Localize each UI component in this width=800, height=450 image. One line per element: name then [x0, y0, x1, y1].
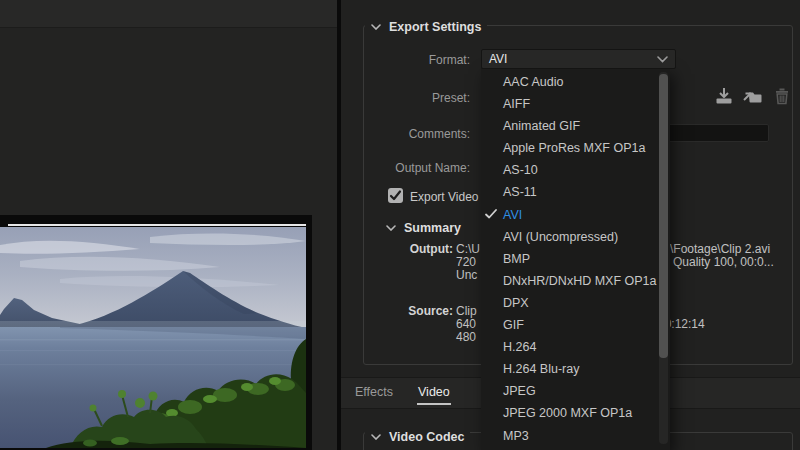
format-option-label: AVI	[503, 208, 522, 222]
format-selected-value: AVI	[489, 52, 507, 66]
video-codec-title: Video Codec	[389, 430, 464, 444]
format-option[interactable]: AIFF	[481, 93, 670, 115]
format-option[interactable]: MP3	[481, 425, 670, 447]
delete-preset-button[interactable]	[771, 85, 793, 107]
comments-label: Comments:	[381, 127, 470, 141]
format-option[interactable]: DNxHR/DNxHD MXF OP1a	[481, 270, 670, 292]
format-option[interactable]: AS-11	[481, 181, 670, 203]
dropdown-scrollbar-thumb[interactable]	[659, 74, 668, 358]
preview-panel	[0, 0, 337, 450]
summary-header[interactable]: Summary	[386, 221, 461, 235]
active-tab-underline	[417, 403, 451, 405]
preview-topbar	[0, 0, 337, 28]
output-path-fragment: C:\U	[456, 242, 480, 256]
export-settings-header[interactable]: Export Settings	[365, 20, 487, 34]
save-preset-icon	[713, 85, 735, 107]
export-video-checkbox[interactable]	[388, 188, 403, 203]
checkmark-icon	[485, 209, 497, 219]
format-option[interactable]: JPEG	[481, 380, 670, 402]
format-dropdown-list: AAC Audio AIFF Animated GIF Apple ProRes…	[481, 68, 670, 450]
source-label: Source:	[381, 304, 453, 318]
chevron-down-icon	[657, 56, 668, 63]
output-codec-fragment: Unc	[456, 268, 477, 282]
video-frame-border	[8, 224, 306, 226]
source-res2-fragment: 480	[456, 330, 476, 344]
format-option[interactable]: JPEG 2000 MXF OP1a	[481, 402, 670, 424]
chevron-down-icon	[371, 24, 381, 30]
format-option[interactable]: Apple ProRes MXF OP1a	[481, 137, 670, 159]
save-preset-button[interactable]	[713, 85, 735, 107]
import-preset-icon	[742, 85, 764, 107]
output-label: Output:	[381, 242, 453, 256]
video-codec-header[interactable]: Video Codec	[365, 430, 470, 444]
output-res-fragment: 720	[456, 255, 476, 269]
tab-video[interactable]: Video	[418, 385, 450, 399]
format-option[interactable]: AAC Audio	[481, 71, 670, 93]
format-label: Format:	[381, 53, 470, 67]
source-clip-fragment: Clip	[456, 304, 477, 318]
source-res-fragment: 640	[456, 317, 476, 331]
landscape-image	[0, 227, 306, 448]
summary-title: Summary	[404, 221, 461, 235]
preset-label: Preset:	[381, 91, 470, 105]
format-select[interactable]: AVI	[481, 49, 676, 69]
output-name-label: Output Name:	[381, 161, 470, 175]
export-settings-title: Export Settings	[389, 20, 481, 34]
output-quality: Quality 100, 00:0...	[673, 255, 774, 269]
format-option[interactable]: AS-10	[481, 159, 670, 181]
premiere-export-window: Export Settings Format: Preset: Comments…	[0, 0, 800, 450]
trash-icon	[771, 85, 793, 107]
chevron-down-icon	[371, 434, 381, 440]
output-path-end: \Footage\Clip 2.avi	[670, 242, 770, 256]
format-option[interactable]: BMP	[481, 248, 670, 270]
format-option[interactable]: Animated GIF	[481, 115, 670, 137]
format-option[interactable]: H.264 Blu-ray	[481, 358, 670, 380]
format-option[interactable]: GIF	[481, 314, 670, 336]
tab-effects[interactable]: Effects	[355, 385, 393, 399]
video-preview[interactable]	[0, 227, 306, 448]
chevron-down-icon	[386, 225, 396, 231]
export-settings-panel: Export Settings Format: Preset: Comments…	[341, 0, 800, 450]
format-option[interactable]: H.264	[481, 336, 670, 358]
format-option[interactable]: DPX	[481, 292, 670, 314]
export-video-label: Export Video	[410, 190, 479, 204]
check-icon	[388, 188, 403, 203]
format-option[interactable]: AVI (Uncompressed)	[481, 226, 670, 248]
import-preset-button[interactable]	[742, 85, 764, 107]
format-option-selected[interactable]: AVI	[481, 204, 670, 226]
dropdown-scrollbar[interactable]	[659, 72, 668, 444]
